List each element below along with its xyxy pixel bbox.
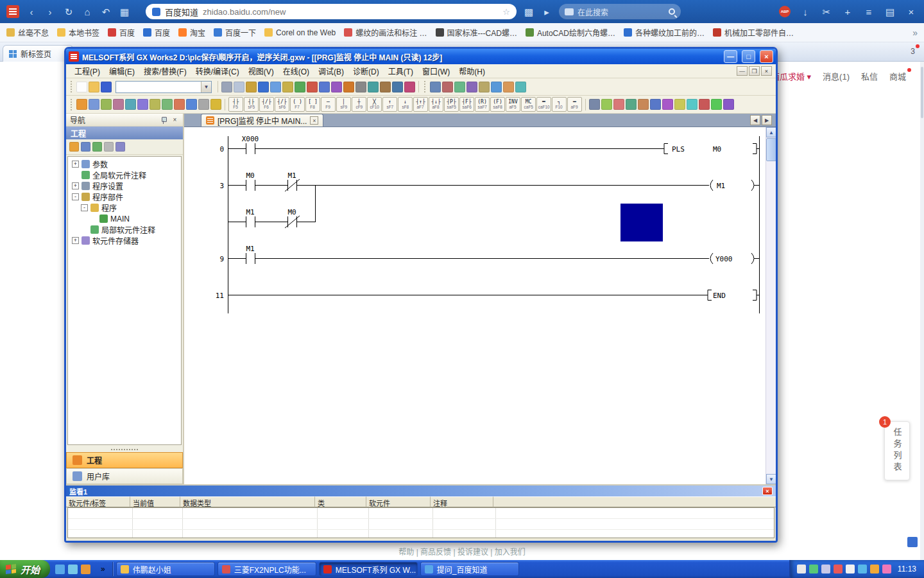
write-mode-icon[interactable] — [699, 99, 710, 110]
panel-splitter-grip[interactable] — [66, 446, 183, 452]
bookmark-item[interactable]: 机械加工零部件自… — [713, 27, 794, 38]
tab-count-badge[interactable]: 3 — [911, 47, 915, 56]
parameter-icon[interactable] — [282, 82, 293, 92]
bookmark-item[interactable]: 丝毫不怠 — [6, 27, 49, 38]
column-header[interactable]: 数据类型 — [180, 496, 315, 507]
project-switch-icon[interactable] — [69, 142, 79, 152]
quick-launch-overflow-icon[interactable]: » — [96, 565, 110, 574]
menu-item[interactable]: 编辑(E) — [105, 64, 139, 78]
statement-display-icon[interactable] — [174, 99, 185, 110]
watch-close-icon[interactable]: × — [762, 487, 773, 495]
antivirus-icon[interactable] — [834, 565, 843, 574]
column-header[interactable]: 当前值 — [130, 496, 180, 507]
plc-user-data-icon[interactable] — [503, 82, 514, 92]
function-block-selection-icon[interactable] — [89, 99, 99, 110]
write-to-plc-icon[interactable] — [307, 82, 318, 92]
comment-display-icon[interactable] — [162, 99, 173, 110]
ladder-canvas[interactable]: 0 X000 PLS M0 3 M0 M1 M1 M1 M0 9 M1 Y000… — [184, 127, 766, 484]
bookmark-item[interactable]: 螺纹的画法和标注 … — [344, 27, 427, 38]
tree-item-program-setting[interactable]: + 程序设置 — [68, 180, 181, 191]
ladder-symbol-button[interactable]: ┤F├ saF6 — [459, 97, 474, 112]
screenshot-icon[interactable]: ✂ — [820, 7, 833, 17]
ladder-symbol-button[interactable]: ( ) F7 — [290, 97, 305, 112]
page-scrollbar[interactable] — [920, 62, 924, 560]
navigation-close-icon[interactable]: × — [171, 116, 179, 124]
tab-scroll-left-icon[interactable]: ◀ — [750, 115, 760, 125]
read-mode-icon[interactable] — [687, 99, 697, 110]
bookmark-item[interactable]: 各种螺纹加工前的… — [624, 27, 705, 38]
delete-line-icon[interactable] — [662, 99, 673, 110]
refresh-icon[interactable]: ↻ — [62, 7, 75, 17]
bookmarks-overflow-icon[interactable]: » — [912, 28, 918, 38]
ladder-symbol-button[interactable]: ╳ cF10 — [367, 97, 382, 112]
bookmark-item[interactable]: Corel on the Web — [264, 28, 336, 37]
search-box[interactable]: 在此搜索 — [559, 4, 681, 19]
minimize-button[interactable]: — — [724, 50, 737, 63]
pinyin-icon[interactable] — [846, 565, 855, 574]
adblock-icon[interactable]: ABP — [779, 6, 791, 17]
buffer-memory-monitor-icon[interactable] — [380, 82, 391, 92]
mdi-minimize-button[interactable]: — — [737, 66, 748, 76]
add-icon[interactable]: + — [841, 7, 854, 17]
device-batch-monitor-icon[interactable] — [368, 82, 379, 92]
menu-item[interactable]: 视图(V) — [244, 64, 278, 78]
taskbar-button-folder[interactable]: 伟鹏赵小姐 — [116, 562, 215, 576]
device-list-icon[interactable] — [125, 99, 136, 110]
tree-item-program[interactable]: - 程序 — [68, 202, 181, 213]
taskbar-button-browser[interactable]: 提问_百度知道 — [420, 562, 519, 576]
undo-edit-icon[interactable] — [674, 99, 685, 110]
bookmark-item[interactable]: AutoCAD绘制六角螺… — [526, 27, 615, 38]
menu-item[interactable]: 在线(O) — [278, 64, 314, 78]
ladder-symbol-button[interactable]: INV aF5 — [506, 97, 520, 112]
find-icon[interactable] — [150, 99, 160, 110]
help-icon[interactable] — [515, 82, 526, 92]
tree-search-icon[interactable] — [116, 142, 125, 152]
ladder-symbol-button[interactable]: ┼ cF9 — [352, 97, 366, 112]
ladder-symbol-button[interactable]: MC caF5 — [521, 97, 536, 112]
ladder-symbol-button[interactable]: ↓ sF8 — [398, 97, 413, 112]
column-header[interactable]: 类 — [315, 496, 366, 507]
note-display-icon[interactable] — [186, 99, 197, 110]
split-screen-icon[interactable]: ▦ — [118, 7, 131, 17]
verify-icon[interactable] — [331, 82, 342, 92]
toolbar-grip[interactable] — [71, 81, 73, 92]
toolbar-grip[interactable] — [71, 99, 73, 110]
pin-icon[interactable] — [160, 116, 167, 124]
nav-button-project[interactable]: 工程 — [66, 452, 183, 468]
expander-icon[interactable]: + — [72, 161, 79, 168]
media-player-icon[interactable] — [81, 565, 90, 574]
menu-item[interactable]: 搜索/替换(F) — [139, 64, 191, 78]
combo-dropdown-icon[interactable]: ▼ — [201, 82, 211, 92]
delete-row-icon[interactable] — [613, 99, 624, 110]
bookmark-item[interactable]: 国家标准---CAD螺… — [436, 27, 517, 38]
menu-item[interactable]: 工具(T) — [384, 64, 418, 78]
menu-item[interactable]: 工程(P) — [70, 64, 105, 78]
undo-icon[interactable] — [258, 82, 269, 92]
start-button[interactable]: 开始 — [0, 560, 50, 578]
device-display-icon[interactable] — [92, 142, 102, 152]
remote-operation-icon[interactable] — [442, 82, 453, 92]
heart-icon[interactable] — [882, 565, 891, 574]
monitor-stop-icon[interactable] — [355, 82, 366, 92]
ladder-scrollbar[interactable]: ▲ ▼ — [766, 127, 776, 484]
browser-tray-icon[interactable] — [858, 565, 867, 574]
qr-code-icon[interactable]: ▩ — [522, 7, 535, 17]
expander-icon[interactable]: - — [81, 204, 88, 211]
menu-item[interactable]: 窗口(W) — [418, 64, 454, 78]
link-private[interactable]: 私信 — [861, 70, 878, 82]
expander-icon[interactable]: - — [72, 193, 79, 200]
page-scrollbar-thumb[interactable] — [921, 67, 923, 118]
output-window-icon[interactable] — [101, 99, 112, 110]
link-mall[interactable]: 商城 — [889, 70, 906, 82]
watch-titlebar[interactable]: 监看1 × — [66, 486, 776, 496]
ladder-symbol-button[interactable]: (R) saF7 — [475, 97, 490, 112]
watch-grid[interactable] — [67, 507, 774, 538]
reader-mode-icon[interactable]: ▸ — [540, 7, 553, 17]
edit-line-icon[interactable] — [650, 99, 661, 110]
expander-icon[interactable]: + — [72, 237, 79, 244]
column-header[interactable]: 注释 — [431, 496, 493, 507]
expander-icon[interactable]: + — [72, 182, 79, 189]
open-project-icon[interactable] — [89, 82, 99, 92]
copy-icon[interactable] — [234, 82, 244, 92]
tree-item-device-memory[interactable]: + 软元件存储器 — [68, 235, 181, 246]
